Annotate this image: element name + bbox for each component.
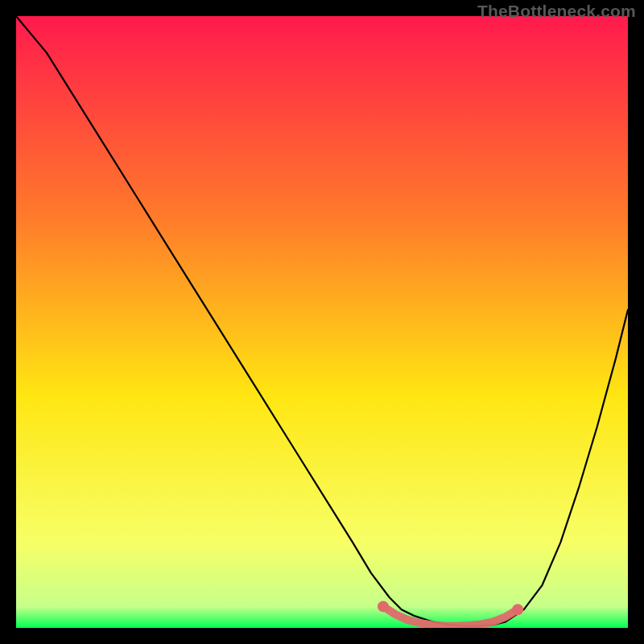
optimal-range-start-dot xyxy=(378,601,389,612)
gradient-background xyxy=(16,16,628,628)
chart-frame: TheBottleneck.com xyxy=(0,0,644,644)
watermark-text: TheBottleneck.com xyxy=(477,2,636,21)
optimal-range-end-dot xyxy=(512,604,523,615)
chart-svg xyxy=(16,16,628,628)
plot-area xyxy=(16,16,628,628)
